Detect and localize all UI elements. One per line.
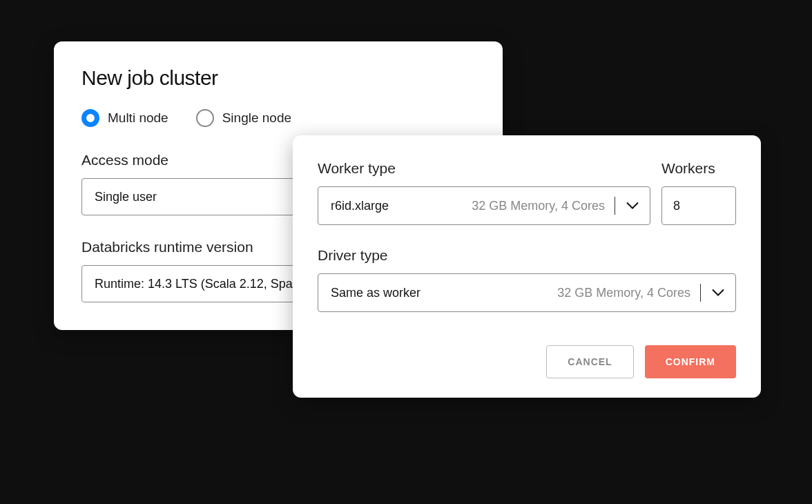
driver-type-value: Same as worker xyxy=(331,286,420,300)
workers-input[interactable] xyxy=(661,186,736,225)
card-title: New job cluster xyxy=(81,66,475,90)
cancel-button[interactable]: CANCEL xyxy=(546,345,633,378)
workers-field: Workers xyxy=(661,160,736,225)
driver-type-label: Driver type xyxy=(318,247,736,264)
worker-type-field: Worker type r6id.xlarge 32 GB Memory, 4 … xyxy=(318,160,650,225)
multi-node-label: Multi node xyxy=(108,110,168,126)
driver-type-select[interactable]: Same as worker 32 GB Memory, 4 Cores xyxy=(318,273,736,312)
multi-node-radio[interactable]: Multi node xyxy=(81,109,168,127)
driver-type-detail: 32 GB Memory, 4 Cores xyxy=(430,286,690,300)
confirm-button[interactable]: CONFIRM xyxy=(645,345,736,378)
chevron-down-icon xyxy=(710,285,726,300)
worker-type-detail: 32 GB Memory, 4 Cores xyxy=(398,199,605,213)
radio-selected-icon xyxy=(81,109,99,127)
dialog-buttons: CANCEL CONFIRM xyxy=(318,345,736,378)
worker-type-label: Worker type xyxy=(318,160,650,177)
worker-type-select[interactable]: r6id.xlarge 32 GB Memory, 4 Cores xyxy=(318,186,650,225)
driver-type-field: Driver type Same as worker 32 GB Memory,… xyxy=(318,247,736,312)
select-divider xyxy=(700,284,701,302)
single-node-radio[interactable]: Single node xyxy=(196,109,291,127)
select-divider xyxy=(615,197,615,215)
chevron-down-icon xyxy=(625,198,640,213)
single-node-label: Single node xyxy=(222,110,291,126)
worker-driver-card: Worker type r6id.xlarge 32 GB Memory, 4 … xyxy=(293,135,761,398)
node-mode-radio-group: Multi node Single node xyxy=(81,109,475,127)
access-mode-value: Single user xyxy=(95,190,157,204)
worker-type-value: r6id.xlarge xyxy=(331,199,389,213)
workers-label: Workers xyxy=(661,160,736,177)
radio-unselected-icon xyxy=(196,109,214,127)
